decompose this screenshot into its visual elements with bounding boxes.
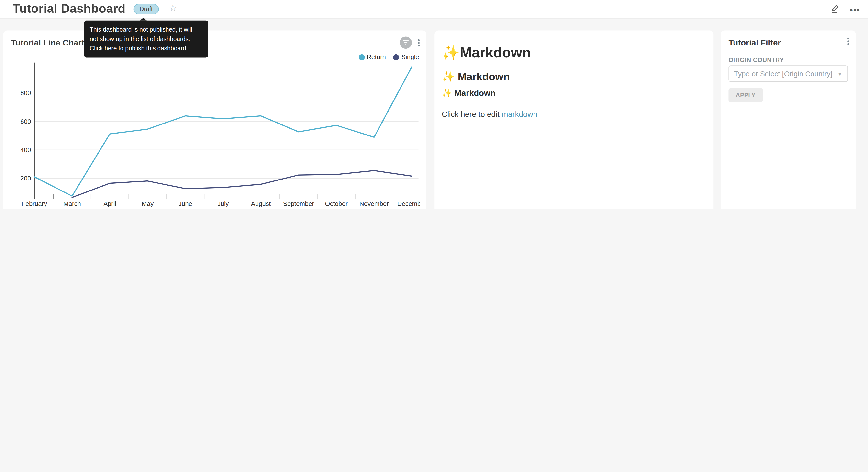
origin-country-label: ORIGIN COUNTRY [728, 57, 784, 63]
markdown-h3: ✨ Markdown [442, 88, 496, 98]
markdown-paragraph: Click here to edit markdown [442, 110, 537, 118]
tooltip-arrow [140, 18, 147, 20]
svg-text:December: December [397, 200, 420, 207]
publish-tooltip: This dashboard is not published, it will… [84, 21, 208, 58]
sparkles-icon: ✨ [442, 71, 455, 83]
tooltip-line: Click here to publish this dashboard. [90, 44, 203, 53]
more-options-icon[interactable]: ••• [850, 5, 860, 14]
select-placeholder: Type or Select [Origin Country] [734, 69, 832, 78]
svg-text:May: May [142, 200, 154, 207]
sparkles-icon: ✨ [442, 88, 452, 97]
line-chart-card: Tutorial Line Chart ReturnSingle 2004006… [3, 31, 427, 209]
filter-card: Tutorial Filter ORIGIN COUNTRY Type or S… [721, 31, 856, 209]
svg-text:February: February [22, 200, 47, 207]
draft-badge[interactable]: Draft [133, 4, 159, 14]
svg-text:July: July [217, 200, 228, 207]
markdown-h2: ✨ Markdown [442, 70, 510, 83]
chevron-down-icon: ▼ [837, 71, 842, 77]
svg-text:March: March [63, 200, 81, 207]
svg-text:October: October [325, 200, 348, 207]
svg-text:June: June [179, 200, 192, 207]
tooltip-line: This dashboard is not published, it will [90, 25, 203, 34]
filter-card-title: Tutorial Filter [728, 38, 781, 47]
page-title: Tutorial Dashboard [13, 2, 125, 16]
svg-text:August: August [251, 200, 271, 207]
star-icon[interactable]: ☆ [169, 3, 177, 13]
origin-country-select[interactable]: Type or Select [Origin Country] ▼ [728, 65, 848, 82]
markdown-h1: ✨Markdown [442, 44, 531, 61]
tooltip-line: not show up in the list of dashboards. [90, 34, 203, 43]
svg-text:November: November [360, 200, 389, 207]
svg-text:September: September [283, 200, 314, 207]
edit-pencil-icon[interactable] [830, 3, 841, 16]
sparkles-icon: ✨ [442, 44, 460, 61]
svg-text:800: 800 [20, 89, 31, 97]
svg-text:600: 600 [20, 118, 31, 125]
apply-button[interactable]: APPLY [728, 88, 763, 102]
svg-text:200: 200 [20, 175, 31, 182]
top-header: Tutorial Dashboard Draft ☆ ••• [0, 0, 868, 19]
markdown-edit-link[interactable]: markdown [502, 110, 537, 118]
svg-text:April: April [103, 200, 116, 207]
markdown-card: ✨Markdown ✨ Markdown ✨ Markdown Click he… [434, 31, 713, 209]
kebab-menu-icon[interactable] [846, 36, 850, 46]
svg-text:400: 400 [20, 146, 31, 154]
dashboard-page: Tutorial Dashboard Draft ☆ ••• This dash… [0, 0, 868, 209]
